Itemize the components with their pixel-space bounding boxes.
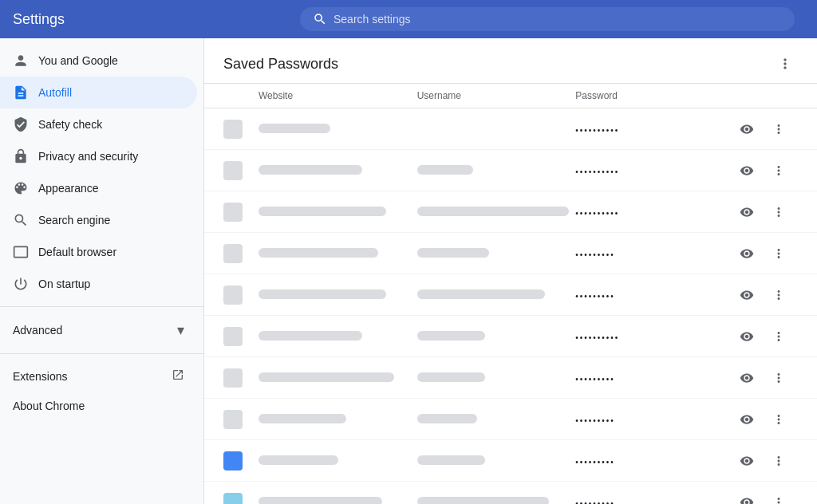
row-more-button[interactable] — [766, 407, 791, 432]
site-icon — [223, 244, 259, 263]
sidebar-divider-2 — [0, 353, 203, 354]
username-cell — [417, 454, 576, 468]
show-password-button[interactable] — [734, 241, 760, 266]
row-more-button[interactable] — [766, 490, 791, 505]
password-cell: ••••••••• — [575, 371, 734, 385]
external-link-icon — [172, 368, 184, 384]
site-icon — [223, 161, 259, 180]
table-header: Website Username Password — [204, 84, 817, 108]
site-icon — [223, 451, 259, 471]
site-icon — [223, 368, 259, 388]
column-password: Password — [575, 90, 734, 101]
content-header: Saved Passwords — [204, 38, 817, 84]
sidebar-item-appearance[interactable]: Appearance — [0, 172, 197, 204]
website-cell — [259, 163, 417, 178]
sidebar-label-autofill: Autofill — [38, 86, 72, 99]
password-cell: ••••••••• — [575, 412, 734, 427]
website-cell — [259, 454, 417, 468]
table-row: •••••••••• — [204, 150, 817, 191]
row-more-button[interactable] — [766, 158, 791, 183]
power-icon — [13, 276, 29, 292]
username-cell — [417, 371, 576, 385]
password-cell: ••••••••• — [575, 246, 734, 261]
table-row: ••••••••• — [204, 357, 817, 399]
show-password-button[interactable] — [734, 490, 760, 505]
content-area: Saved Passwords Website Username Passwor… — [204, 38, 817, 504]
lock-icon — [13, 148, 29, 164]
username-cell — [417, 246, 576, 261]
website-cell — [259, 122, 417, 136]
table-row: ••••••••• — [204, 233, 817, 274]
app-title: Settings — [13, 11, 300, 28]
row-more-button[interactable] — [766, 241, 791, 266]
search-icon — [313, 12, 327, 26]
sidebar-divider — [0, 306, 203, 307]
table-row: ••••••••• — [204, 274, 817, 316]
sidebar-item-safety-check[interactable]: Safety check — [0, 108, 197, 140]
sidebar-label-appearance: Appearance — [38, 182, 99, 195]
password-cell: ••••••••• — [575, 288, 734, 302]
website-cell — [259, 288, 417, 302]
show-password-button[interactable] — [734, 365, 760, 391]
sidebar-item-you-and-google[interactable]: You and Google — [0, 45, 197, 77]
password-cell: •••••••••• — [575, 205, 734, 219]
shield-icon — [13, 116, 29, 132]
sidebar-label-you-and-google: You and Google — [38, 54, 118, 67]
header-more-button[interactable] — [772, 51, 798, 77]
sidebar-label-search-engine: Search engine — [38, 214, 110, 226]
website-cell — [259, 495, 417, 505]
sidebar-label-privacy: Privacy and security — [38, 150, 138, 163]
site-icon — [223, 493, 259, 505]
website-cell — [259, 329, 417, 344]
sidebar-label-default-browser: Default browser — [38, 246, 116, 258]
table-row: •••••••••• — [204, 191, 817, 233]
sidebar-item-default-browser[interactable]: Default browser — [0, 236, 197, 268]
show-password-button[interactable] — [734, 199, 760, 225]
browser-icon — [13, 244, 29, 260]
show-password-button[interactable] — [734, 158, 760, 183]
username-cell — [417, 495, 576, 505]
search-bar[interactable] — [300, 7, 795, 31]
username-cell — [417, 329, 576, 344]
website-cell — [259, 371, 417, 385]
show-password-button[interactable] — [734, 324, 760, 349]
row-more-button[interactable] — [766, 448, 791, 474]
username-cell — [417, 205, 576, 219]
sidebar-item-autofill[interactable]: Autofill — [0, 77, 197, 108]
username-cell — [417, 412, 576, 427]
sidebar-item-privacy-security[interactable]: Privacy and security — [0, 140, 197, 172]
about-chrome-label: About Chrome — [13, 400, 85, 412]
sidebar-item-extensions[interactable]: Extensions — [0, 360, 197, 392]
site-icon — [223, 285, 259, 305]
table-row: •••••••••• — [204, 316, 817, 357]
show-password-button[interactable] — [734, 116, 760, 142]
sidebar-item-on-startup[interactable]: On startup — [0, 268, 197, 300]
password-cell: ••••••••• — [575, 495, 734, 505]
row-more-button[interactable] — [766, 324, 791, 349]
sidebar-item-search-engine[interactable]: Search engine — [0, 204, 197, 236]
website-cell — [259, 412, 417, 427]
search-engine-icon — [13, 212, 29, 228]
search-input[interactable] — [334, 13, 782, 26]
username-cell — [417, 288, 576, 302]
sidebar-item-about-chrome[interactable]: About Chrome — [0, 392, 197, 420]
row-more-button[interactable] — [766, 282, 791, 308]
username-cell — [417, 163, 576, 178]
table-row: ••••••••• — [204, 482, 817, 504]
show-password-button[interactable] — [734, 448, 760, 474]
table-row: •••••••••• — [204, 108, 817, 150]
autofill-icon — [13, 85, 29, 100]
chevron-down-icon: ▾ — [177, 321, 184, 339]
table-row: ••••••••• — [204, 399, 817, 440]
sidebar-label-on-startup: On startup — [38, 278, 90, 290]
main-layout: You and Google Autofill Safety check Pri… — [0, 38, 817, 504]
extensions-label: Extensions — [13, 370, 67, 383]
site-icon — [223, 327, 259, 346]
show-password-button[interactable] — [734, 282, 760, 308]
row-more-button[interactable] — [766, 199, 791, 225]
row-more-button[interactable] — [766, 365, 791, 391]
show-password-button[interactable] — [734, 407, 760, 432]
row-more-button[interactable] — [766, 116, 791, 142]
sidebar-item-advanced[interactable]: Advanced ▾ — [0, 313, 197, 347]
person-icon — [13, 53, 29, 69]
